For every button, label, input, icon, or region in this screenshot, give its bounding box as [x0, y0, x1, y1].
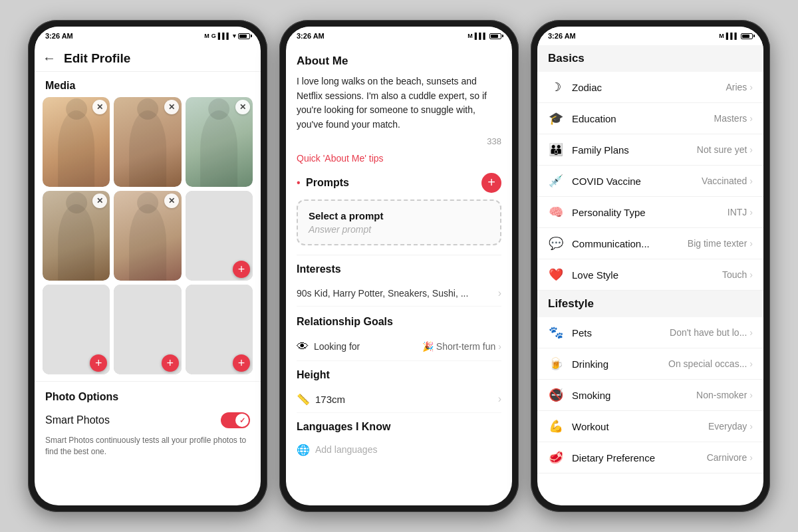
workout-row[interactable]: 💪 Workout Everyday ›: [537, 411, 763, 442]
education-arrow: ›: [749, 113, 753, 124]
personality-row[interactable]: 🧠 Personality Type INTJ ›: [537, 197, 763, 228]
love-style-arrow: ›: [749, 269, 753, 280]
signal-icon-2: ▌▌▌: [475, 33, 487, 39]
height-section: Height 📏 173cm ›: [297, 369, 501, 413]
interests-row[interactable]: 90s Kid, Harry Potter, Sneakers, Sushi, …: [297, 281, 501, 307]
dietary-right: Carnivore ›: [707, 452, 753, 463]
smart-photos-toggle[interactable]: ✓: [221, 412, 250, 428]
toggle-switch[interactable]: ✓: [221, 412, 250, 428]
covid-vaccine-row[interactable]: 💉 COVID Vaccine Vaccinated ›: [537, 166, 763, 197]
media-cell-4[interactable]: ✕: [43, 191, 110, 281]
smoking-arrow: ›: [749, 390, 753, 400]
add-prompt-button[interactable]: +: [481, 173, 501, 193]
screen-content-1: Media ✕ ✕ ✕: [35, 72, 261, 505]
phone-2: 3:26 AM M ▌▌▌ About Me I love long walks…: [279, 20, 519, 512]
relationship-value: 🎉 Short-term fun ›: [422, 341, 501, 352]
carrier-icon-1: M: [204, 33, 209, 39]
education-value: Masters: [714, 113, 747, 124]
personality-icon: 🧠: [548, 205, 564, 219]
dietary-row[interactable]: 🥩 Dietary Preference Carnivore ›: [537, 442, 763, 473]
pets-row[interactable]: 🐾 Pets Don't have but lo... ›: [537, 317, 763, 348]
drinking-right: On special occas... ›: [668, 358, 753, 369]
pets-label: Pets: [572, 327, 592, 338]
battery-icon-1: [238, 33, 250, 39]
covid-arrow: ›: [749, 176, 753, 186]
remove-photo-5[interactable]: ✕: [164, 194, 179, 208]
smoking-row[interactable]: 🚭 Smoking Non-smoker ›: [537, 380, 763, 411]
basics-group-header: Basics: [537, 45, 763, 72]
dietary-icon: 🥩: [548, 450, 564, 465]
status-bar-1: 3:26 AM M G ▌▌▌ ▾: [35, 27, 261, 45]
prompts-section: • Prompts + Select a prompt Answer promp…: [297, 173, 501, 245]
family-plans-row[interactable]: 👪 Family Plans Not sure yet ›: [537, 134, 763, 166]
smoking-left: 🚭 Smoking: [548, 388, 610, 402]
back-button[interactable]: ←: [43, 51, 56, 66]
add-languages-row[interactable]: 🌐 Add languages: [297, 438, 501, 462]
height-row[interactable]: 📏 173cm ›: [297, 386, 501, 413]
add-languages-label: Add languages: [315, 444, 377, 455]
media-cell-5[interactable]: ✕: [114, 191, 181, 281]
love-style-right: Touch ›: [722, 269, 753, 280]
add-languages-icon: 🌐: [297, 444, 310, 456]
relationship-type: Short-term fun: [436, 341, 495, 352]
relationship-row[interactable]: 👁 Looking for 🎉 Short-term fun ›: [297, 333, 501, 361]
media-cell-8-empty[interactable]: +: [114, 285, 181, 374]
prompt-box[interactable]: Select a prompt Answer prompt: [297, 200, 501, 245]
battery-icon-2: [489, 33, 501, 39]
profile-list: Basics ☽ Zodiac Aries ›: [537, 45, 763, 505]
tips-link[interactable]: Quick 'About Me' tips: [297, 153, 501, 164]
prompts-header: • Prompts +: [297, 173, 501, 193]
about-me-text[interactable]: I love long walks on the beach, sunsets …: [297, 74, 501, 132]
pets-right: Don't have but lo... ›: [670, 327, 753, 338]
smoking-right: Non-smoker ›: [696, 390, 753, 400]
status-bar-3: 3:26 AM M ▌▌▌: [537, 27, 763, 45]
photo-options-label: Photo Options: [45, 391, 250, 408]
education-row[interactable]: 🎓 Education Masters ›: [537, 103, 763, 134]
zodiac-row[interactable]: ☽ Zodiac Aries ›: [537, 72, 763, 103]
carrier-icon-3: M: [719, 33, 724, 39]
about-me-title: About Me: [297, 55, 501, 68]
media-cell-9-empty[interactable]: +: [186, 285, 253, 374]
prompts-label: Prompts: [306, 177, 349, 188]
add-photo-8[interactable]: +: [162, 354, 179, 372]
relationship-title: Relationship Goals: [297, 316, 501, 328]
family-plans-icon: 👪: [548, 142, 564, 157]
bullet-icon: •: [297, 177, 301, 188]
g-icon: G: [211, 33, 216, 39]
page-title-1: Edit Profile: [64, 51, 130, 66]
about-me-content: About Me I love long walks on the beach,…: [286, 45, 512, 505]
personality-right: INTJ ›: [728, 207, 753, 217]
smart-photos-label: Smart Photos: [45, 414, 110, 426]
communication-row[interactable]: 💬 Communication... Big time texter ›: [537, 228, 763, 259]
media-cell-6-empty[interactable]: +: [186, 191, 253, 281]
love-style-row[interactable]: ❤️ Love Style Touch ›: [537, 259, 763, 291]
covid-label: COVID Vaccine: [572, 176, 641, 187]
media-cell-1[interactable]: ✕: [43, 97, 110, 187]
dietary-label: Dietary Preference: [572, 452, 655, 464]
phone-3-screen: 3:26 AM M ▌▌▌ Basics ☽: [537, 27, 763, 505]
eye-icon: 👁: [297, 340, 309, 354]
status-bar-2: 3:26 AM M ▌▌▌: [286, 27, 512, 45]
media-cell-2[interactable]: ✕: [114, 97, 181, 187]
remove-photo-2[interactable]: ✕: [164, 100, 179, 114]
prompt-box-title: Select a prompt: [309, 210, 489, 221]
love-style-left: ❤️ Love Style: [548, 267, 618, 282]
edit-profile-header: ← Edit Profile: [35, 45, 261, 72]
workout-value: Everyday: [708, 421, 747, 432]
relationship-emoji: 🎉: [422, 341, 434, 352]
screen-content-2: About Me I love long walks on the beach,…: [286, 45, 512, 505]
pets-arrow: ›: [749, 327, 753, 338]
drinking-arrow: ›: [749, 358, 753, 369]
zodiac-arrow: ›: [749, 82, 753, 92]
media-cell-7-empty[interactable]: +: [43, 285, 110, 374]
family-plans-label: Family Plans: [572, 144, 629, 156]
zodiac-icon: ☽: [548, 80, 564, 94]
carrier-icon-2: M: [467, 33, 473, 39]
personality-arrow: ›: [749, 207, 753, 217]
drinking-row[interactable]: 🍺 Drinking On special occas... ›: [537, 348, 763, 380]
char-count: 338: [297, 136, 501, 146]
phone-1-screen: 3:26 AM M G ▌▌▌ ▾ ← Edit Profile Media: [35, 27, 261, 505]
media-cell-3[interactable]: ✕: [186, 97, 253, 187]
zodiac-right: Aries ›: [726, 82, 753, 92]
remove-photo-3[interactable]: ✕: [235, 100, 250, 114]
